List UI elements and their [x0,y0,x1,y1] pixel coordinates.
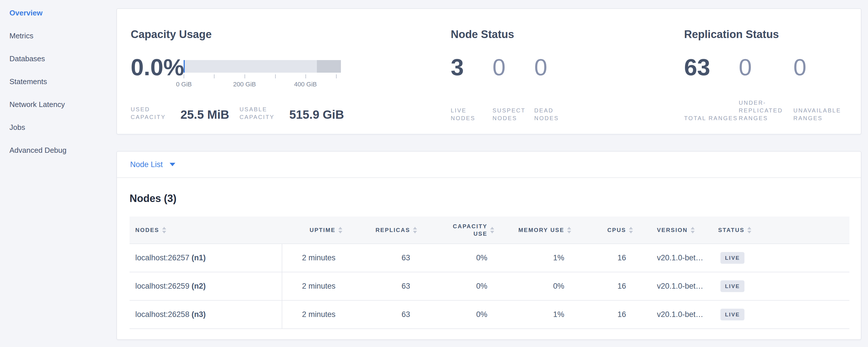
under-replicated-ranges-label: UNDER-REPLICATED RANGES [739,99,799,122]
chevron-down-icon [169,163,175,166]
usable-capacity-value: 515.9 GiB [289,108,344,121]
total-ranges-label: TOTAL RANGES [684,115,744,122]
sort-icon [744,227,754,233]
sidebar-item-advanced-debug[interactable]: Advanced Debug [9,146,107,155]
under-replicated-ranges-count: 0 [739,56,793,79]
capacity-use-cell: 0% [420,253,497,262]
node-status-title: Node Status [451,28,514,41]
suspect-nodes-count: 0 [493,56,534,79]
suspect-nodes-label: SUSPECT NODES [493,107,527,122]
column-header-uptime[interactable]: UPTIME [282,226,345,234]
live-nodes-stat: 3 LIVE NODES [451,56,493,122]
replicas-cell: 63 [345,253,420,262]
capacity-bar-chart: 0 GiB 200 GiB 400 GiB [184,60,341,89]
sort-icon [564,227,574,233]
node-address-link[interactable]: localhost:26257 [135,253,189,262]
unavailable-ranges-stat: 0 UNAVAILABLE RANGES [793,56,848,122]
column-header-status[interactable]: STATUS [717,226,849,234]
dead-nodes-label: DEAD NODES [534,107,568,122]
status-badge: LIVE [720,309,744,320]
table-row-node-3[interactable]: localhost:26258 (n3) 2 minutes 63 0% 1% … [129,301,849,329]
cpus-cell: 16 [574,253,636,262]
nodes-section-title: Nodes (3) [129,192,848,205]
status-badge: LIVE [720,280,744,292]
cpus-cell: 16 [574,282,636,291]
capacity-axis [184,74,341,79]
column-header-replicas[interactable]: REPLICAS [345,226,420,234]
total-ranges-count: 63 [684,56,739,79]
sidebar-item-jobs[interactable]: Jobs [9,123,107,132]
uptime-cell: 2 minutes [282,310,345,319]
live-nodes-count: 3 [451,56,493,79]
version-cell: v20.1.0-bet… [636,310,717,319]
capacity-bar [184,60,341,73]
uptime-cell: 2 minutes [282,282,345,291]
dead-nodes-count: 0 [534,56,576,79]
column-header-version[interactable]: VERSION [636,226,717,234]
replicas-cell: 63 [345,310,420,319]
sidebar-item-databases[interactable]: Databases [9,54,107,63]
used-capacity-value: 25.5 MiB [181,108,229,121]
capacity-bar-usable-segment [184,60,317,73]
sort-icon [626,227,636,233]
node-list-card: Node List Nodes (3) NODES UPTIME REPLICA… [116,151,861,340]
nodes-table-header: NODES UPTIME REPLICAS CAPACITY USE MEMOR… [129,217,849,244]
suspect-nodes-stat: 0 SUSPECT NODES [493,56,534,122]
sort-icon [410,227,420,233]
memory-use-cell: 1% [497,310,574,319]
cpus-cell: 16 [574,310,636,319]
capacity-use-cell: 0% [420,310,497,319]
table-row-node-2[interactable]: localhost:26259 (n2) 2 minutes 63 0% 0% … [129,272,849,301]
usable-capacity-stat: USABLE CAPACITY 515.9 GiB [239,105,344,121]
axis-label-400gib: 400 GiB [294,81,317,88]
sidebar-item-overview[interactable]: Overview [9,8,107,18]
total-ranges-stat: 63 TOTAL RANGES [684,56,739,122]
sort-icon [336,227,345,233]
capacity-usage-title: Capacity Usage [131,28,212,41]
usable-capacity-label: USABLE CAPACITY [239,105,282,121]
unavailable-ranges-count: 0 [793,56,848,79]
node-list-dropdown-label: Node List [130,160,163,169]
view-selector-strip: Node List [117,152,861,178]
nodes-table: NODES UPTIME REPLICAS CAPACITY USE MEMOR… [129,217,849,329]
column-header-nodes[interactable]: NODES [129,226,282,234]
sidebar-item-metrics[interactable]: Metrics [9,31,107,40]
sort-icon [487,227,497,233]
capacity-bar-other-segment [317,60,341,73]
used-capacity-stat: USED CAPACITY 25.5 MiB [131,105,229,121]
node-list-dropdown[interactable]: Node List [130,160,175,169]
node-address-link[interactable]: localhost:26259 [135,282,189,290]
memory-use-cell: 0% [497,282,574,291]
column-header-memory-use[interactable]: MEMORY USE [497,226,574,234]
replication-status-title: Replication Status [684,28,779,41]
sort-icon [159,227,169,233]
unavailable-ranges-label: UNAVAILABLE RANGES [793,107,854,122]
live-nodes-label: LIVE NODES [451,107,485,122]
column-header-capacity-use[interactable]: CAPACITY USE [420,223,497,238]
sidebar-item-statements[interactable]: Statements [9,77,107,86]
version-cell: v20.1.0-bet… [636,282,717,291]
version-cell: v20.1.0-bet… [636,253,717,262]
node-status-panel: Node Status 3 LIVE NODES 0 SUSPECT NODES… [451,9,680,134]
memory-use-cell: 1% [497,253,574,262]
sort-icon [688,227,698,233]
replication-status-panel: Replication Status 63 TOTAL RANGES 0 UND… [684,9,859,134]
cluster-overview-card: Capacity Usage 0.0% 0 GiB [116,8,861,134]
sidebar: Overview Metrics Databases Statements Ne… [9,8,107,168]
capacity-usage-panel: Capacity Usage 0.0% 0 GiB [131,9,448,134]
status-badge: LIVE [720,252,744,264]
axis-label-200gib: 200 GiB [233,81,256,88]
dead-nodes-stat: 0 DEAD NODES [534,56,576,122]
node-address-link[interactable]: localhost:26258 [135,310,189,319]
column-header-cpus[interactable]: CPUS [574,226,636,234]
replicas-cell: 63 [345,282,420,291]
axis-label-0gib: 0 GiB [176,81,192,88]
used-capacity-label: USED CAPACITY [131,105,174,121]
sidebar-item-network-latency[interactable]: Network Latency [9,100,107,109]
table-row-node-1[interactable]: localhost:26257 (n1) 2 minutes 63 0% 1% … [129,244,849,272]
uptime-cell: 2 minutes [282,253,345,262]
capacity-use-cell: 0% [420,282,497,291]
used-capacity-marker [184,60,185,73]
under-replicated-ranges-stat: 0 UNDER-REPLICATED RANGES [739,56,793,122]
capacity-used-percent: 0.0% [131,56,182,79]
